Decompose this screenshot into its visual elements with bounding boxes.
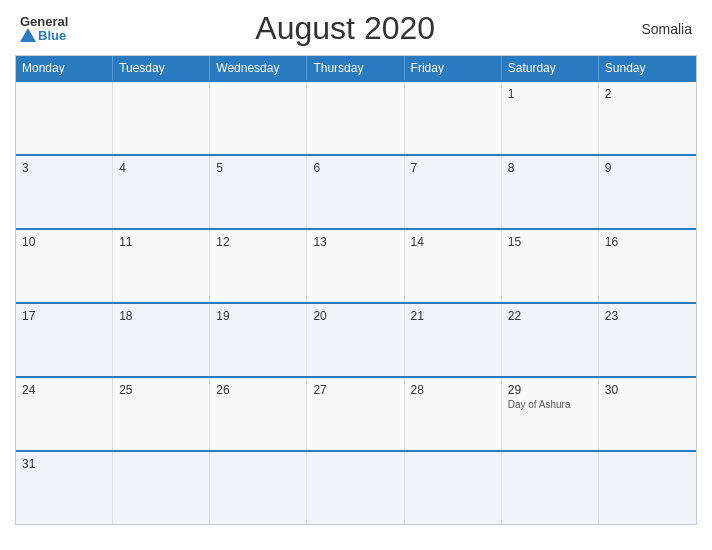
calendar-cell: 3 xyxy=(16,156,113,228)
day-number: 21 xyxy=(411,309,495,323)
calendar-cell: 26 xyxy=(210,378,307,450)
calendar-cell: 19 xyxy=(210,304,307,376)
calendar-cell xyxy=(16,82,113,154)
day-number: 17 xyxy=(22,309,106,323)
calendar-row: 31 xyxy=(16,450,696,524)
day-number: 4 xyxy=(119,161,203,175)
calendar-cell xyxy=(113,452,210,524)
weekday-wednesday: Wednesday xyxy=(210,56,307,80)
calendar-cell: 12 xyxy=(210,230,307,302)
calendar-grid: Monday Tuesday Wednesday Thursday Friday… xyxy=(15,55,697,525)
day-number: 29 xyxy=(508,383,592,397)
day-number: 12 xyxy=(216,235,300,249)
calendar-row: 3456789 xyxy=(16,154,696,228)
day-number: 5 xyxy=(216,161,300,175)
calendar-cell: 13 xyxy=(307,230,404,302)
day-number: 14 xyxy=(411,235,495,249)
calendar-cell xyxy=(502,452,599,524)
calendar-cell: 27 xyxy=(307,378,404,450)
day-number: 10 xyxy=(22,235,106,249)
calendar-cell: 25 xyxy=(113,378,210,450)
calendar-cell xyxy=(405,452,502,524)
day-number: 27 xyxy=(313,383,397,397)
weekday-sunday: Sunday xyxy=(599,56,696,80)
day-number: 31 xyxy=(22,457,106,471)
calendar-cell xyxy=(307,82,404,154)
calendar-row: 12 xyxy=(16,80,696,154)
calendar-cell: 20 xyxy=(307,304,404,376)
calendar-body: 1234567891011121314151617181920212223242… xyxy=(16,80,696,524)
calendar-cell xyxy=(405,82,502,154)
day-number: 13 xyxy=(313,235,397,249)
logo: General Blue xyxy=(20,15,68,42)
day-number: 16 xyxy=(605,235,690,249)
day-number: 24 xyxy=(22,383,106,397)
day-number: 18 xyxy=(119,309,203,323)
calendar-cell: 24 xyxy=(16,378,113,450)
calendar-cell: 31 xyxy=(16,452,113,524)
calendar-cell: 29Day of Ashura xyxy=(502,378,599,450)
calendar-cell: 15 xyxy=(502,230,599,302)
calendar-row: 17181920212223 xyxy=(16,302,696,376)
calendar-cell xyxy=(307,452,404,524)
logo-general-text: General xyxy=(20,15,68,28)
calendar-cell: 18 xyxy=(113,304,210,376)
logo-blue-text: Blue xyxy=(38,29,66,42)
calendar-cell xyxy=(599,452,696,524)
calendar-cell: 22 xyxy=(502,304,599,376)
page-header: General Blue August 2020 Somalia xyxy=(15,10,697,47)
calendar-cell: 30 xyxy=(599,378,696,450)
day-number: 11 xyxy=(119,235,203,249)
day-number: 6 xyxy=(313,161,397,175)
day-number: 26 xyxy=(216,383,300,397)
day-number: 23 xyxy=(605,309,690,323)
country-label: Somalia xyxy=(622,21,692,37)
calendar-cell: 14 xyxy=(405,230,502,302)
calendar-page: General Blue August 2020 Somalia Monday … xyxy=(0,0,712,550)
weekday-thursday: Thursday xyxy=(307,56,404,80)
calendar-cell: 10 xyxy=(16,230,113,302)
calendar-cell: 2 xyxy=(599,82,696,154)
calendar-cell: 28 xyxy=(405,378,502,450)
calendar-cell: 7 xyxy=(405,156,502,228)
calendar-cell xyxy=(210,82,307,154)
calendar-cell: 6 xyxy=(307,156,404,228)
weekday-friday: Friday xyxy=(405,56,502,80)
day-number: 22 xyxy=(508,309,592,323)
day-number: 2 xyxy=(605,87,690,101)
day-number: 3 xyxy=(22,161,106,175)
calendar-title: August 2020 xyxy=(68,10,622,47)
day-number: 19 xyxy=(216,309,300,323)
day-number: 25 xyxy=(119,383,203,397)
calendar-row: 10111213141516 xyxy=(16,228,696,302)
day-number: 30 xyxy=(605,383,690,397)
day-number: 1 xyxy=(508,87,592,101)
day-number: 20 xyxy=(313,309,397,323)
calendar-row: 242526272829Day of Ashura30 xyxy=(16,376,696,450)
day-number: 7 xyxy=(411,161,495,175)
calendar-cell: 21 xyxy=(405,304,502,376)
weekday-tuesday: Tuesday xyxy=(113,56,210,80)
calendar-cell: 9 xyxy=(599,156,696,228)
calendar-cell: 1 xyxy=(502,82,599,154)
day-number: 8 xyxy=(508,161,592,175)
day-number: 9 xyxy=(605,161,690,175)
calendar-cell: 4 xyxy=(113,156,210,228)
weekday-monday: Monday xyxy=(16,56,113,80)
calendar-cell: 8 xyxy=(502,156,599,228)
logo-triangle-icon xyxy=(20,28,36,42)
day-number: 15 xyxy=(508,235,592,249)
calendar-cell xyxy=(113,82,210,154)
calendar-cell: 11 xyxy=(113,230,210,302)
day-number: 28 xyxy=(411,383,495,397)
event-label: Day of Ashura xyxy=(508,399,592,410)
weekday-saturday: Saturday xyxy=(502,56,599,80)
calendar-cell: 5 xyxy=(210,156,307,228)
calendar-header: Monday Tuesday Wednesday Thursday Friday… xyxy=(16,56,696,80)
calendar-cell xyxy=(210,452,307,524)
calendar-cell: 17 xyxy=(16,304,113,376)
calendar-cell: 16 xyxy=(599,230,696,302)
calendar-cell: 23 xyxy=(599,304,696,376)
